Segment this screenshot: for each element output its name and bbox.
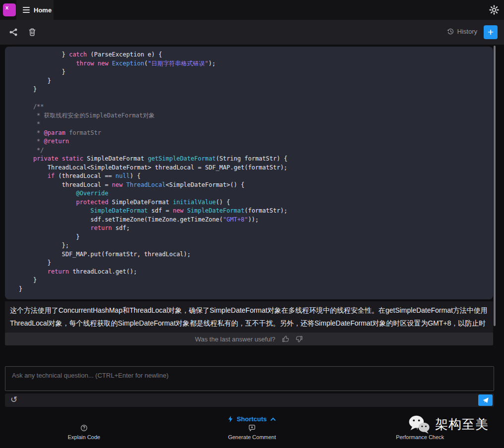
feedback-question: Was the last answer useful? xyxy=(195,336,275,343)
send-icon xyxy=(482,397,489,404)
history-button[interactable]: History xyxy=(447,28,477,35)
chat-scrollbar[interactable] xyxy=(494,46,496,326)
code-line: } xyxy=(19,233,485,242)
code-line: @Override xyxy=(19,189,485,198)
thumbs-down-button[interactable] xyxy=(295,335,303,343)
code-content: } catch (ParseException e) { throw new E… xyxy=(19,51,485,293)
shortcut-label: Explain Code xyxy=(68,434,100,440)
code-line: private static SimpleDateFormat getSimpl… xyxy=(19,155,485,164)
wechat-logo-icon xyxy=(407,414,431,434)
code-line: threadLocal = new ThreadLocal<SimpleDate… xyxy=(19,181,485,190)
composer-actions: ↺ xyxy=(5,393,494,407)
share-icon xyxy=(9,28,18,37)
code-line: sdf.setTimeZone(TimeZone.getTimeZone("GM… xyxy=(19,216,485,224)
history-label: History xyxy=(457,28,477,35)
code-line: /** xyxy=(19,103,485,112)
code-line: } xyxy=(19,85,485,94)
code-line: }; xyxy=(19,241,485,250)
top-bar: x Home xyxy=(0,0,504,20)
code-line: SDF_MAP.put(formatStr, threadLocal); xyxy=(19,250,485,259)
code-line: } xyxy=(19,68,485,77)
code-line: return threadLocal.get(); xyxy=(19,268,485,277)
chevron-up-icon xyxy=(270,417,276,421)
code-line: * xyxy=(19,120,485,129)
code-line: } xyxy=(19,276,485,285)
settings-gear-icon[interactable] xyxy=(489,5,499,15)
new-chat-button[interactable]: + xyxy=(484,25,498,39)
code-line: } xyxy=(19,259,485,268)
code-line: * 获取线程安全的SimpleDateFormat对象 xyxy=(19,112,485,120)
code-line: throw new Exception("日期字符串格式错误"); xyxy=(19,59,485,68)
thumbs-up-button[interactable] xyxy=(281,335,289,343)
shortcuts-label: Shortcuts xyxy=(237,415,267,423)
watermark: 架构至美 xyxy=(407,414,489,434)
code-line: * @return xyxy=(19,137,485,146)
code-line: * @param formatStr xyxy=(19,129,485,138)
trash-icon xyxy=(28,28,37,37)
extension-logo-letter: x xyxy=(5,4,8,10)
chat-toolbar: History + xyxy=(0,20,504,45)
tab-home-label: Home xyxy=(34,6,52,14)
send-button[interactable] xyxy=(478,394,493,406)
code-line: protected SimpleDateFormat initialValue(… xyxy=(19,198,485,207)
thumbs-up-icon xyxy=(281,335,289,343)
thumbs-down-icon xyxy=(295,335,303,343)
extension-logo[interactable]: x xyxy=(3,3,16,16)
code-line: SimpleDateFormat sdf = new SimpleDateFor… xyxy=(19,207,485,216)
comment-plus-icon xyxy=(248,424,256,432)
delete-chat-button[interactable] xyxy=(28,28,37,37)
code-line: } xyxy=(19,77,485,86)
history-icon xyxy=(447,28,454,35)
shortcut-explain-code[interactable]: Explain Code xyxy=(0,424,168,440)
undo-button[interactable]: ↺ xyxy=(9,395,19,405)
menu-icon xyxy=(23,7,30,13)
tab-home[interactable]: Home xyxy=(16,0,54,20)
brand-text: 架构至美 xyxy=(435,416,489,433)
code-line: return sdf; xyxy=(19,224,485,233)
shortcuts-icon xyxy=(228,416,233,422)
code-line: } xyxy=(19,285,485,294)
code-block: } catch (ParseException e) { throw new E… xyxy=(5,47,493,299)
circle-question-icon xyxy=(80,424,88,432)
code-line: } catch (ParseException e) { xyxy=(19,51,485,59)
feedback-bar: Was the last answer useful? xyxy=(5,333,493,345)
question-input[interactable] xyxy=(5,366,494,391)
plus-icon: + xyxy=(488,26,494,38)
undo-icon: ↺ xyxy=(10,395,17,404)
code-line: */ xyxy=(19,146,485,155)
code-line xyxy=(19,94,485,103)
shortcut-generate-comment[interactable]: Generate Comment xyxy=(168,424,336,440)
code-line: ThreadLocal<SimpleDateFormat> threadLoca… xyxy=(19,164,485,172)
shortcut-label: Performance Check xyxy=(396,434,444,440)
shortcut-label: Generate Comment xyxy=(228,434,276,440)
share-button[interactable] xyxy=(9,28,18,37)
code-line: if (threadLocal == null) { xyxy=(19,172,485,181)
